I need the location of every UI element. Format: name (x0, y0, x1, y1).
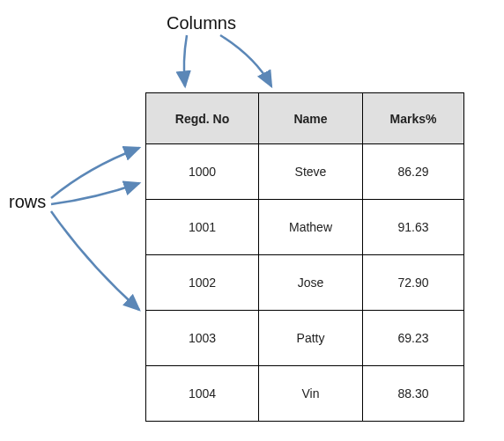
data-table: Regd. No Name Marks% 1000 Steve 86.29 10… (145, 92, 464, 422)
col-header-regd-no: Regd. No (146, 93, 259, 144)
cell-marks: 88.30 (363, 366, 464, 422)
table-row: 1003 Patty 69.23 (146, 311, 464, 366)
cell-name: Patty (259, 311, 363, 366)
col-header-marks: Marks% (363, 93, 464, 144)
cell-name: Vin (259, 366, 363, 422)
cell-regd-no: 1000 (146, 144, 259, 200)
cell-name: Jose (259, 255, 363, 311)
rows-arrow-1 (51, 148, 139, 198)
cell-marks: 72.90 (363, 255, 464, 311)
cell-regd-no: 1003 (146, 311, 259, 366)
cell-marks: 86.29 (363, 144, 464, 200)
cell-marks: 69.23 (363, 311, 464, 366)
table-row: 1004 Vin 88.30 (146, 366, 464, 422)
cell-name: Mathew (259, 200, 363, 255)
cell-regd-no: 1004 (146, 366, 259, 422)
table-row: 1002 Jose 72.90 (146, 255, 464, 311)
table-row: 1000 Steve 86.29 (146, 144, 464, 200)
columns-arrow-1 (184, 35, 187, 86)
cell-regd-no: 1001 (146, 200, 259, 255)
table-header-row: Regd. No Name Marks% (146, 93, 464, 144)
columns-arrow-2 (220, 35, 271, 86)
rows-arrow-2 (51, 183, 139, 204)
columns-label: Columns (167, 13, 236, 33)
table-row: 1001 Mathew 91.63 (146, 200, 464, 255)
cell-name: Steve (259, 144, 363, 200)
cell-marks: 91.63 (363, 200, 464, 255)
cell-regd-no: 1002 (146, 255, 259, 311)
rows-label: rows (9, 192, 46, 212)
col-header-name: Name (259, 93, 363, 144)
rows-arrow-3 (51, 211, 139, 310)
